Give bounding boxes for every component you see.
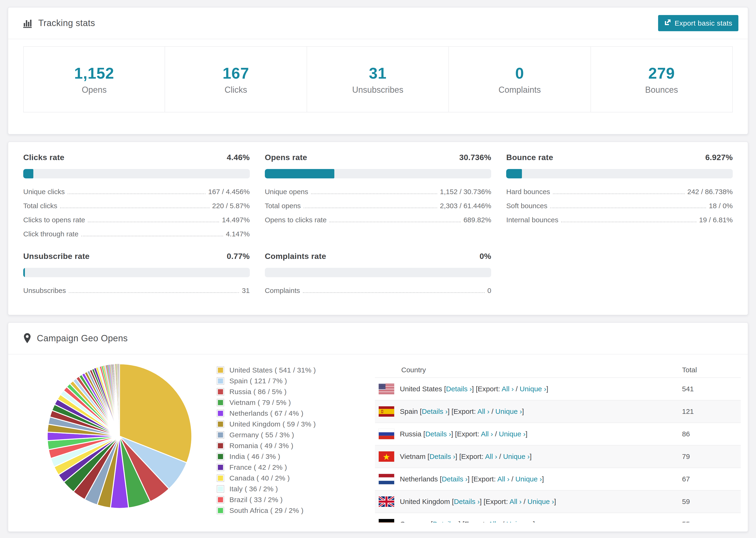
export-unique-link[interactable]: Unique › — [527, 498, 554, 506]
details-link[interactable]: Details › — [422, 407, 448, 415]
campaign-geo-opens-title-text: Campaign Geo Opens — [37, 333, 128, 344]
dotted-leader — [329, 222, 460, 222]
export-unique-link[interactable]: Unique › — [519, 385, 546, 393]
legend-label: Italy ( 36 / 2% ) — [229, 485, 278, 493]
rate-detail-row: Click through rate4.147% — [23, 230, 250, 238]
rate-detail-row: Complaints0 — [265, 287, 491, 295]
legend-swatch-color — [218, 508, 223, 513]
export-unique-link[interactable]: Unique › — [515, 475, 542, 483]
legend-label: Germany ( 55 / 3% ) — [229, 431, 294, 439]
legend-swatch — [217, 377, 224, 385]
legend-swatch — [217, 388, 224, 396]
bar-chart-icon — [23, 18, 33, 28]
rates-panel: Clicks rate4.46%Unique clicks167 / 4.456… — [8, 141, 748, 315]
details-link[interactable]: Details › — [442, 475, 467, 483]
rate-detail-row: Total opens2,303 / 61.446% — [265, 202, 491, 210]
legend-swatch-color — [218, 432, 223, 438]
dotted-leader — [303, 207, 437, 208]
details-link[interactable]: Details › — [454, 498, 480, 506]
legend-label: Canada ( 40 / 2% ) — [229, 474, 290, 482]
details-link[interactable]: Details › — [446, 385, 472, 393]
geo-country-table: CountryTotalUnited States [Details ›] [E… — [375, 362, 741, 522]
geo-table-header: CountryTotal — [375, 362, 741, 377]
dotted-leader — [303, 292, 485, 293]
details-link[interactable]: Details › — [425, 430, 451, 438]
export-all-link[interactable]: All › — [485, 453, 497, 460]
geo-country-cell: Russia [Details ›] [Export: All › / Uniq… — [400, 430, 682, 438]
rate-title-row: Clicks rate4.46% — [23, 153, 250, 162]
dotted-leader — [561, 222, 696, 222]
export-all-link[interactable]: All › — [477, 407, 490, 415]
rate-detail-value: 19 / 6.81% — [699, 216, 733, 224]
export-unique-link[interactable]: Unique › — [503, 453, 530, 460]
rate-block-clicks-rate: Clicks rate4.46%Unique clicks167 / 4.456… — [23, 153, 250, 238]
legend-label: Brazil ( 33 / 2% ) — [229, 496, 283, 504]
rate-progress-fill — [265, 169, 335, 178]
rate-detail-value: 2,303 / 61.446% — [440, 202, 491, 210]
details-link[interactable]: Details › — [433, 520, 459, 522]
rate-detail-label: Unique opens — [265, 188, 308, 196]
rate-progress-bar — [265, 268, 491, 277]
rate-detail-row: Unique clicks167 / 4.456% — [23, 188, 250, 196]
export-unique-link[interactable]: Unique › — [499, 430, 525, 438]
tracking-stats-title: Tracking stats — [23, 18, 95, 28]
legend-label: South Africa ( 29 / 2% ) — [229, 507, 303, 514]
legend-swatch-color — [218, 476, 223, 481]
rate-detail-label: Internal bounces — [506, 216, 558, 224]
rate-detail-label: Clicks to opens rate — [23, 216, 85, 224]
rate-progress-bar — [23, 268, 250, 277]
legend-item: Netherlands ( 67 / 4% ) — [217, 409, 367, 417]
rate-detail-label: Total opens — [265, 202, 301, 210]
rate-detail-label: Click through rate — [23, 230, 79, 238]
geo-table-row-de: Germany [Details ›] [Export: All › / Uni… — [375, 512, 741, 522]
legend-swatch-color — [218, 411, 223, 416]
export-icon — [664, 19, 671, 27]
geo-total-cell: 59 — [682, 498, 741, 506]
legend-label: Vietnam ( 79 / 5% ) — [229, 399, 291, 406]
stat-label: Bounces — [591, 85, 732, 95]
tracking-stats-header: Tracking stats Export basic stats — [8, 8, 748, 39]
stat-card-opens: 1,152Opens — [23, 46, 165, 112]
campaign-geo-opens-header: Campaign Geo Opens — [8, 323, 748, 354]
rate-detail-label: Unsubscribes — [23, 287, 66, 295]
legend-swatch — [217, 496, 224, 504]
geo-table-header-country: Country — [375, 366, 682, 374]
export-unique-link[interactable]: Unique › — [495, 407, 522, 415]
legend-swatch — [217, 442, 224, 450]
export-all-link[interactable]: All › — [510, 498, 522, 506]
rate-detail-value: 0 — [487, 287, 491, 295]
export-unique-link[interactable]: Unique › — [507, 520, 533, 522]
legend-swatch — [217, 463, 224, 471]
stat-card-clicks: 167Clicks — [165, 46, 307, 112]
geo-country-cell: United States [Details ›] [Export: All ›… — [400, 385, 682, 393]
geo-country-cell: United Kingdom [Details ›] [Export: All … — [400, 498, 682, 506]
flag-icon-ru — [379, 429, 394, 439]
rate-title: Bounce rate — [506, 153, 553, 162]
stat-label: Clicks — [165, 85, 306, 95]
legend-swatch-color — [218, 497, 223, 502]
rate-detail-value: 242 / 86.738% — [687, 188, 733, 196]
export-all-link[interactable]: All › — [488, 520, 501, 522]
legend-item: France ( 42 / 2% ) — [217, 463, 367, 471]
export-all-link[interactable]: All › — [481, 430, 493, 438]
stats-summary-row: 1,152Opens167Clicks31Unsubscribes0Compla… — [23, 46, 733, 112]
legend-swatch-color — [218, 389, 223, 394]
export-all-link[interactable]: All › — [497, 475, 510, 483]
legend-item: Russia ( 86 / 5% ) — [217, 388, 367, 396]
legend-swatch-color — [218, 400, 223, 405]
rate-block-complaints-rate: Complaints rate0%Complaints0 — [265, 252, 491, 295]
rate-progress-fill — [23, 169, 33, 178]
details-link[interactable]: Details › — [429, 453, 455, 460]
stat-value: 31 — [307, 65, 449, 81]
export-basic-stats-button[interactable]: Export basic stats — [658, 15, 738, 31]
legend-swatch — [217, 366, 224, 374]
stat-label: Complaints — [449, 85, 590, 95]
rate-title: Complaints rate — [265, 252, 326, 261]
export-all-link[interactable]: All › — [502, 385, 514, 393]
legend-label: Romania ( 49 / 3% ) — [229, 442, 293, 450]
legend-label: United Kingdom ( 59 / 3% ) — [229, 420, 316, 428]
dotted-leader — [81, 236, 223, 237]
geo-total-cell: 67 — [682, 475, 741, 483]
rate-title: Clicks rate — [23, 153, 64, 162]
rate-title-row: Bounce rate6.927% — [506, 153, 733, 162]
